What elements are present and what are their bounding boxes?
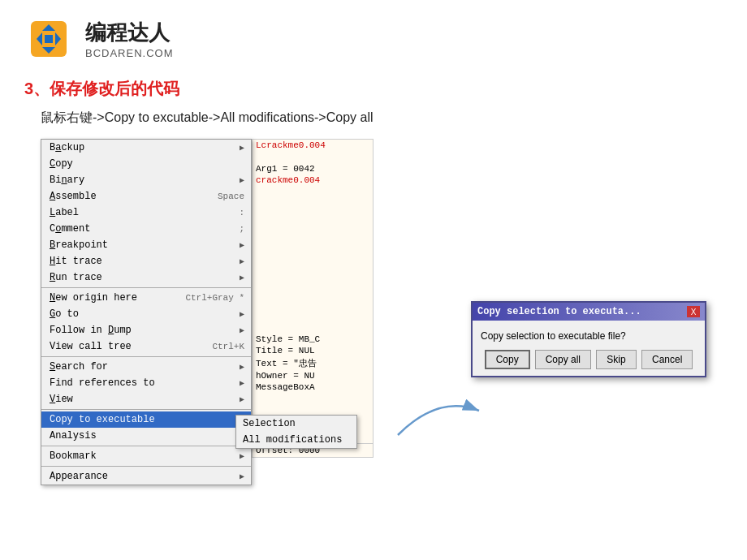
code-line-5: Title = NUL: [253, 345, 373, 356]
menu-item-appearance[interactable]: Appearance▶: [41, 468, 251, 485]
svg-rect-6: [45, 35, 53, 43]
code-line-2: Arg1 = 0042: [253, 163, 373, 174]
menu-item-hit-trace[interactable]: Hit trace▶: [41, 253, 251, 269]
dialog-close-button[interactable]: X: [687, 306, 700, 317]
submenu-item-selection[interactable]: Selection: [236, 416, 356, 432]
section-text: 、保存修改后的代码: [33, 80, 179, 97]
dialog-copy-all-button[interactable]: Copy all: [535, 350, 591, 369]
dialog-copy-button[interactable]: Copy: [485, 350, 530, 369]
menu-separator-4: [41, 446, 251, 446]
logo-text: 编程达人 BCDAREN.COM: [85, 19, 174, 59]
menu-item-binary[interactable]: Binary▶: [41, 172, 251, 188]
header: 编程达人 BCDAREN.COM: [0, 0, 747, 71]
menu-item-follow-dump[interactable]: Follow in Dump▶: [41, 322, 251, 338]
menu-item-assemble[interactable]: AssembleSpace: [41, 188, 251, 205]
menu-item-run-trace[interactable]: Run trace▶: [41, 269, 251, 286]
dialog-cancel-button[interactable]: Cancel: [641, 350, 693, 369]
menu-separator-5: [41, 466, 251, 467]
menu-separator-3: [41, 409, 251, 410]
logo-chinese: 编程达人: [85, 19, 174, 47]
code-line-6: Text = "忠告: [253, 356, 373, 370]
main-content: Backup▶ Copy Binary▶ AssembleSpace Label…: [24, 139, 723, 480]
menu-item-bookmark[interactable]: Bookmark▶: [41, 448, 251, 464]
menu-item-new-origin[interactable]: New origin hereCtrl+Gray *: [41, 290, 251, 306]
code-line-7: hOwner = NU: [253, 370, 373, 381]
menu-item-goto[interactable]: Go to▶: [41, 306, 251, 322]
dialog-body: Copy selection to executable file? Copy …: [473, 321, 705, 376]
menu-item-label[interactable]: Label:: [41, 205, 251, 221]
code-line-1: Lcrackme0.004: [253, 140, 373, 151]
menu-item-breakpoint[interactable]: Breakpoint▶: [41, 237, 251, 253]
submenu-item-all-modifications[interactable]: All modifications: [236, 432, 356, 448]
menu-item-search-for[interactable]: Search for▶: [41, 359, 251, 375]
menu-item-view[interactable]: View▶: [41, 391, 251, 407]
menu-item-backup[interactable]: Backup▶: [41, 140, 251, 156]
instruction-text: 鼠标右键->Copy to excutable->All modificatio…: [0, 105, 747, 135]
menu-separator-1: [41, 287, 251, 288]
code-line-3: crackme0.004: [253, 174, 373, 186]
menu-item-find-refs[interactable]: Find references to▶: [41, 375, 251, 391]
dialog-title: Copy selection to executa...: [477, 306, 641, 317]
context-menu[interactable]: Backup▶ Copy Binary▶ AssembleSpace Label…: [41, 139, 252, 485]
submenu-copy-exec[interactable]: Selection All modifications: [235, 415, 357, 449]
section-number: 3: [24, 80, 33, 97]
dialog-skip-button[interactable]: Skip: [596, 350, 637, 369]
code-line-4: Style = MB_C: [253, 334, 373, 345]
menu-item-analysis[interactable]: Analysis▶: [41, 428, 251, 444]
section-title: 3、保存修改后的代码: [0, 71, 747, 105]
menu-separator-2: [41, 356, 251, 357]
logo-domain: BCDAREN.COM: [85, 47, 174, 59]
menu-item-comment[interactable]: Comment;: [41, 221, 251, 237]
menu-item-view-call-tree[interactable]: View call treeCtrl+K: [41, 338, 251, 355]
dialog-buttons: Copy Copy all Skip Cancel: [481, 350, 697, 369]
menu-item-copy[interactable]: Copy: [41, 156, 251, 172]
menu-item-copy-to-exec[interactable]: Copy to executable▶: [41, 411, 251, 428]
code-line-8: MessageBoxA: [253, 381, 373, 393]
logo-icon: [24, 15, 73, 63]
arrow-indicator: [390, 378, 487, 446]
dialog-question: Copy selection to executable file?: [481, 330, 697, 342]
dialog-copy-selection: Copy selection to executa... X Copy sele…: [471, 301, 706, 377]
dialog-titlebar: Copy selection to executa... X: [473, 303, 705, 321]
